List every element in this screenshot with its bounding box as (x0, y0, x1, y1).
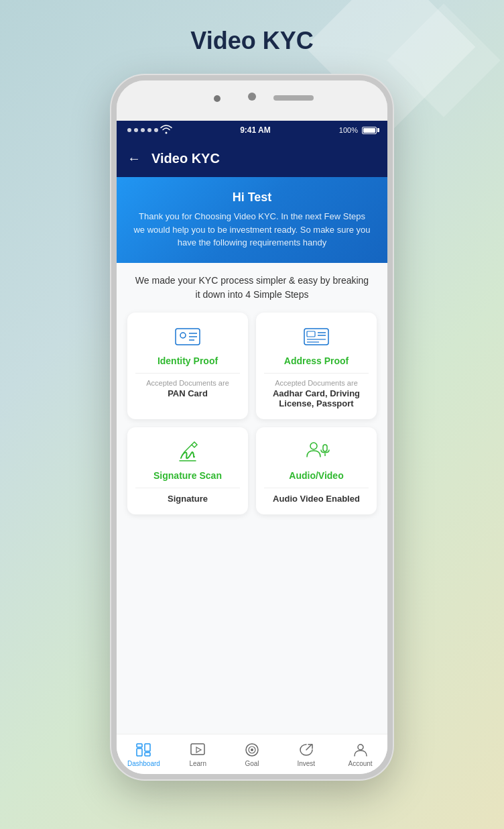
svg-rect-16 (145, 744, 150, 751)
identity-docs: PAN Card (135, 388, 240, 398)
divider-address (264, 373, 369, 374)
learn-icon (190, 742, 206, 758)
nav-item-learn[interactable]: Learn (171, 742, 225, 767)
audio-video-icon (264, 438, 369, 465)
step-card-audio[interactable]: Audio/Video Audio Video Enabled (256, 427, 377, 514)
battery-text: 100% (339, 126, 358, 134)
camera-icon (214, 95, 220, 102)
account-icon (353, 742, 369, 758)
svg-rect-17 (145, 753, 150, 756)
welcome-greeting: Hi Test (133, 190, 371, 205)
svg-marker-19 (196, 747, 201, 753)
account-label: Account (349, 760, 373, 767)
divider-audio (264, 488, 369, 488)
svg-rect-12 (323, 445, 327, 451)
phone-screen: 9:41 AM 100% ← Video KYC Hi Test Thank y… (117, 121, 387, 774)
signature-scan-icon (135, 438, 240, 465)
svg-rect-18 (191, 744, 204, 755)
divider-identity (135, 373, 240, 374)
step-card-signature[interactable]: Signature Scan Signature (127, 427, 248, 514)
nav-item-account[interactable]: Account (333, 742, 387, 767)
svg-rect-15 (137, 744, 142, 747)
identity-proof-title: Identity Proof (135, 355, 240, 366)
nav-item-dashboard[interactable]: Dashboard (117, 742, 171, 767)
back-button[interactable]: ← (127, 151, 141, 166)
invest-label: Invest (297, 760, 315, 767)
signal-dot-4 (147, 128, 151, 132)
signal-dot-5 (154, 128, 158, 132)
step-card-identity[interactable]: Identity Proof Accepted Documents are PA… (127, 313, 248, 419)
goal-icon (244, 742, 260, 758)
status-time: 9:41 AM (240, 125, 271, 135)
divider-signature (135, 488, 240, 488)
signal-dot-3 (141, 128, 145, 132)
signal-dot-2 (134, 128, 138, 132)
invest-icon (298, 742, 314, 758)
audio-video-title: Audio/Video (264, 470, 369, 481)
welcome-message: Thank you for Choosing Video KYC. In the… (133, 210, 371, 250)
address-proof-icon (264, 323, 369, 350)
welcome-card: Hi Test Thank you for Choosing Video KYC… (117, 177, 387, 263)
battery-icon (362, 127, 377, 134)
nav-item-invest[interactable]: Invest (279, 742, 333, 767)
battery-fill (363, 128, 375, 133)
phone-top-hardware (117, 80, 387, 121)
address-docs: Aadhar Card, Driving License, Passport (264, 388, 369, 408)
camera-front (248, 93, 256, 101)
status-bar: 9:41 AM 100% (117, 121, 387, 140)
kyc-subtitle: We made your KYC process simpler & easy … (127, 274, 377, 302)
app-header: ← Video KYC (117, 140, 387, 177)
wifi-icon (161, 125, 172, 135)
header-title: Video KYC (151, 151, 220, 166)
content-area[interactable]: We made your KYC process simpler & easy … (117, 263, 387, 734)
identity-accepted-label: Accepted Documents are (135, 379, 240, 387)
speaker (273, 95, 314, 101)
svg-rect-6 (307, 331, 315, 337)
page-title: Video KYC (190, 27, 313, 55)
address-accepted-label: Accepted Documents are (264, 379, 369, 387)
learn-label: Learn (189, 760, 206, 767)
signal-dot-1 (127, 128, 131, 132)
dashboard-label: Dashboard (127, 760, 160, 767)
address-proof-title: Address Proof (264, 355, 369, 366)
svg-point-23 (358, 744, 363, 750)
svg-point-1 (180, 333, 186, 338)
signature-scan-title: Signature Scan (135, 470, 240, 481)
goal-label: Goal (245, 760, 259, 767)
phone-frame: 9:41 AM 100% ← Video KYC Hi Test Thank y… (111, 75, 393, 779)
audio-docs: Audio Video Enabled (264, 494, 369, 504)
svg-rect-14 (137, 749, 142, 756)
step-card-address[interactable]: Address Proof Accepted Documents are Aad… (256, 313, 377, 419)
nav-item-goal[interactable]: Goal (225, 742, 279, 767)
status-right: 100% (339, 126, 377, 134)
identity-proof-icon (135, 323, 240, 350)
status-left (127, 125, 172, 135)
bottom-nav: Dashboard Learn (117, 734, 387, 774)
dashboard-icon (135, 742, 151, 758)
steps-grid: Identity Proof Accepted Documents are PA… (127, 313, 377, 514)
svg-point-22 (251, 749, 253, 751)
svg-point-11 (310, 443, 317, 449)
signature-docs: Signature (135, 494, 240, 504)
